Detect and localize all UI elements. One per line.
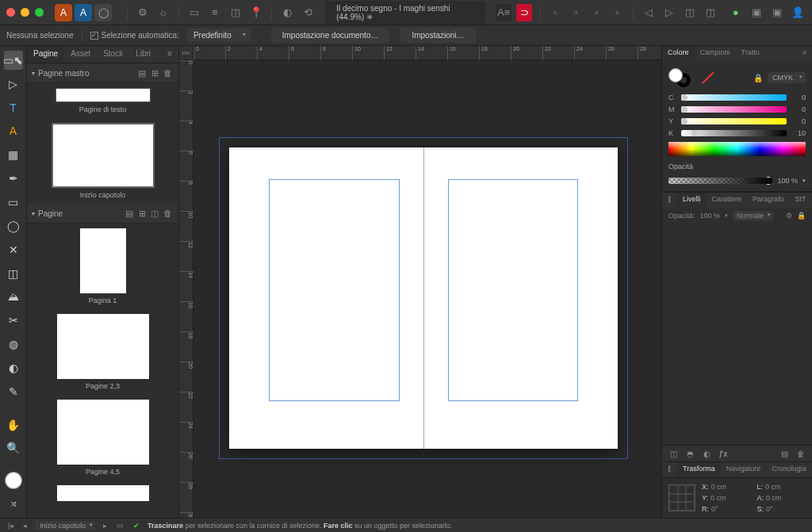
x-field[interactable]: X:0 cm xyxy=(702,483,751,491)
color-wells[interactable] xyxy=(668,68,692,87)
mask-icon[interactable]: ◓ xyxy=(684,448,696,459)
designer-persona-icon[interactable]: A xyxy=(75,4,92,21)
baseline-icon[interactable]: ≡ xyxy=(207,4,223,21)
tab-paragrafo[interactable]: Paragrafo xyxy=(747,193,790,208)
next-page-icon[interactable]: ▸ xyxy=(102,522,109,530)
ruler-vertical[interactable]: 024681012141618202224262830 xyxy=(179,60,193,518)
tab-asset[interactable]: Asset xyxy=(64,46,97,63)
none-color-icon[interactable] xyxy=(702,71,714,84)
tab-carattere[interactable]: Carattere xyxy=(707,193,748,208)
lock-icon[interactable]: 🔒 xyxy=(797,212,806,220)
slider-y[interactable]: Y 0 xyxy=(668,117,806,125)
panel-menu-icon[interactable]: ≡ xyxy=(797,46,812,62)
panel-menu-icon[interactable]: ≡ xyxy=(161,46,178,63)
document-setup-button[interactable]: Impostazione documento… xyxy=(271,28,390,43)
page-props-icon[interactable]: ▤ xyxy=(123,207,136,220)
shape-tool-icon[interactable]: ✕ xyxy=(4,240,23,259)
arrange-front-icon[interactable]: ▫ xyxy=(610,4,626,21)
l-field[interactable]: L:0 cm xyxy=(757,483,806,491)
view-tool-icon[interactable]: ✋ xyxy=(4,415,23,434)
group-icon[interactable]: ◫ xyxy=(682,4,698,21)
pages-header[interactable]: ▾ Pagine ▤ ⊞ ◫ 🗑 xyxy=(27,204,178,224)
minimize-window[interactable] xyxy=(21,8,29,17)
picture-frame-tool-icon[interactable]: ◫ xyxy=(4,264,23,283)
anchor-point-selector[interactable] xyxy=(668,484,695,511)
color-mode-dropdown[interactable]: CMYK xyxy=(768,72,806,83)
master-props-icon[interactable]: ▤ xyxy=(136,67,148,79)
ruler-tab-icon[interactable]: ∥ xyxy=(662,462,677,477)
master-pages-header[interactable]: ▾ Pagine mastro ▤ ⊞ 🗑 xyxy=(27,63,178,83)
master-thumb-2[interactable]: Inizio capotolo xyxy=(27,118,178,204)
lock-icon[interactable]: 🔒 xyxy=(753,74,763,82)
delete-page-icon[interactable]: 🗑 xyxy=(161,207,174,220)
sync-icon[interactable]: ● xyxy=(728,4,744,21)
artistic-text-tool-icon[interactable]: A xyxy=(4,122,23,141)
prev-spread-icon[interactable]: |◂ xyxy=(6,522,15,530)
spread-icon[interactable]: ◫ xyxy=(148,207,161,220)
ruler-origin[interactable]: cm xyxy=(179,46,193,60)
slider-m[interactable]: M 0 xyxy=(668,105,806,113)
zoom-tool-icon[interactable]: 🔍 xyxy=(4,438,23,457)
swap-color-icon[interactable]: ⤭ xyxy=(4,494,23,513)
page-thumb-45[interactable]: Pagine 4,5 xyxy=(27,395,178,480)
adjust-icon[interactable]: ◐ xyxy=(700,448,713,459)
arrange-forward-icon[interactable]: ▫ xyxy=(588,4,604,21)
chevron-down-icon[interactable]: ▾ xyxy=(802,178,806,184)
auto-select-checkbox[interactable]: ✓ Selezione automatica: xyxy=(90,31,179,40)
ellipse-tool-icon[interactable]: ◯ xyxy=(4,216,23,235)
gear-icon[interactable]: ⚙ xyxy=(135,4,151,21)
tab-stock[interactable]: Stock xyxy=(97,46,129,63)
arrange-backward-icon[interactable]: ▫ xyxy=(568,4,584,21)
delete-layer-icon[interactable]: 🗑 xyxy=(795,448,807,459)
preferences-button[interactable]: Impostazioni… xyxy=(400,28,475,43)
preview-icon[interactable]: ◐ xyxy=(279,4,295,21)
ruler-tab-icon[interactable]: ∥ xyxy=(662,193,677,208)
add-layer-icon[interactable]: ▤ xyxy=(778,448,791,459)
preflight-ok-icon[interactable]: ✔ xyxy=(132,522,141,530)
tab-navigatore[interactable]: Navigatore xyxy=(721,462,767,477)
view-mode-icon[interactable]: ▭ xyxy=(115,522,125,530)
pin-icon[interactable]: 📍 xyxy=(248,4,264,21)
fill-well[interactable] xyxy=(668,68,683,82)
text-wrap-icon[interactable]: ▭ xyxy=(186,4,202,21)
fill-tool-icon[interactable]: ◍ xyxy=(4,335,23,354)
y-field[interactable]: Y:0 cm xyxy=(702,494,751,502)
tab-stt[interactable]: StT xyxy=(790,193,812,208)
ungroup-icon[interactable]: ◫ xyxy=(703,4,718,21)
canvas[interactable]: cm 0246810121416182022242628 02468101214… xyxy=(179,46,661,518)
tab-cronologia[interactable]: Cronologia xyxy=(766,462,812,477)
place-image-tool-icon[interactable]: ⛰ xyxy=(4,287,23,306)
maximize-window[interactable] xyxy=(35,8,44,17)
color-well-icon[interactable] xyxy=(5,472,22,489)
panel-toggle-2-icon[interactable]: ▣ xyxy=(769,4,785,21)
page-right[interactable] xyxy=(423,147,618,449)
r-field[interactable]: R:0° xyxy=(702,505,751,513)
ruler-horizontal[interactable]: 0246810121416182022242628 xyxy=(193,46,661,60)
page-thumb-23[interactable]: Pagine 2,3 xyxy=(27,309,178,395)
snapping-icon[interactable]: ⊃ xyxy=(516,4,532,21)
page-left[interactable] xyxy=(229,147,423,449)
add-page-icon[interactable]: ⊞ xyxy=(136,207,148,220)
auto-select-preset-dropdown[interactable]: Predefinito xyxy=(187,29,251,42)
rectangle-tool-icon[interactable]: ▭ xyxy=(4,193,23,212)
transparency-tool-icon[interactable]: ◐ xyxy=(4,358,23,377)
publisher-persona-icon[interactable]: A xyxy=(55,4,72,21)
page-thumb-next[interactable] xyxy=(27,480,178,506)
fx-icon[interactable]: ƒx xyxy=(717,448,730,459)
clip-icon[interactable]: ◫ xyxy=(228,4,243,21)
tab-trasforma[interactable]: Trasforma xyxy=(677,462,721,477)
vector-crop-tool-icon[interactable]: ✂ xyxy=(4,311,23,330)
tab-tratto[interactable]: Tratto xyxy=(736,46,765,62)
frame-text-tool-icon[interactable]: T xyxy=(4,98,23,117)
arrange-back-icon[interactable]: ▫ xyxy=(547,4,563,21)
panel-toggle-1-icon[interactable]: ▣ xyxy=(749,4,764,21)
blend-mode-dropdown[interactable]: Normale xyxy=(733,211,773,220)
flip-h-icon[interactable]: ◁ xyxy=(640,4,656,21)
add-master-icon[interactable]: ⊞ xyxy=(148,67,161,79)
pen-tool-icon[interactable]: ✒ xyxy=(4,169,23,188)
photo-persona-icon[interactable]: ◯ xyxy=(94,4,112,21)
tab-campioni[interactable]: Campioni xyxy=(695,46,736,62)
text-style-icon[interactable]: A≡ xyxy=(496,4,511,21)
close-window[interactable] xyxy=(6,8,15,17)
a-field[interactable]: A:0 cm xyxy=(757,494,806,502)
